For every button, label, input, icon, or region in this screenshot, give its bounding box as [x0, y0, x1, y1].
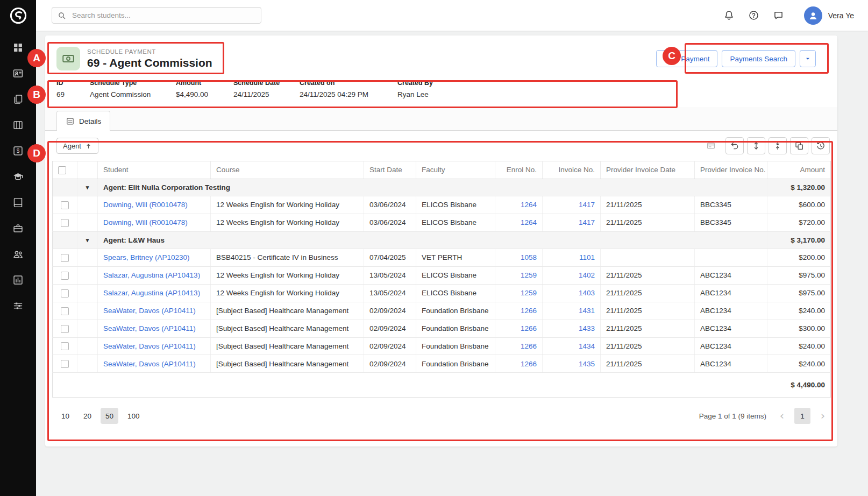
- sidebar-item-finance[interactable]: $: [0, 138, 36, 164]
- row-checkbox[interactable]: [61, 360, 69, 368]
- sidebar-item-courses[interactable]: [0, 164, 36, 189]
- grand-total-amount: $ 4,490.00: [767, 373, 831, 398]
- pager: 102050100 Page 1 of 1 (9 items) ‹ 1 ›: [52, 398, 831, 428]
- sidebar-item-settings[interactable]: [0, 293, 36, 318]
- next-page-button[interactable]: ›: [817, 410, 829, 422]
- enrol-no-link[interactable]: 1266: [521, 360, 537, 368]
- student-link[interactable]: Salazar, Augustina (AP10413): [103, 289, 200, 297]
- notifications-button[interactable]: [720, 6, 738, 25]
- user-name: Vera Ye: [828, 11, 854, 20]
- start-date-cell: 03/06/2024: [364, 214, 416, 231]
- more-actions-button[interactable]: [800, 50, 816, 67]
- student-link[interactable]: Downing, Will (R0010478): [103, 201, 188, 209]
- start-date-cell: 02/09/2024: [364, 320, 416, 337]
- enrol-no-link[interactable]: 1264: [521, 218, 537, 226]
- student-link[interactable]: Salazar, Augustina (AP10413): [103, 271, 200, 279]
- col-header-provider-invoice-no[interactable]: Provider Invoice No.: [695, 161, 767, 179]
- row-checkbox[interactable]: [61, 325, 69, 333]
- app-logo[interactable]: [8, 5, 29, 26]
- sidebar-item-documents[interactable]: [0, 86, 36, 112]
- search-box[interactable]: [52, 7, 261, 24]
- table-icon: [12, 119, 24, 131]
- student-link[interactable]: SeaWater, Davos (AP10411): [103, 307, 196, 315]
- enrol-no-link[interactable]: 1266: [521, 307, 537, 315]
- col-header-course[interactable]: Course: [211, 161, 364, 179]
- student-link[interactable]: SeaWater, Davos (AP10411): [103, 342, 196, 350]
- sort-chip-agent[interactable]: Agent: [56, 138, 98, 154]
- page-size-10[interactable]: 10: [56, 408, 74, 424]
- sidebar-item-reports[interactable]: [0, 267, 36, 293]
- col-header-provider-invoice-date[interactable]: Provider Invoice Date: [601, 161, 695, 179]
- student-link[interactable]: SeaWater, Davos (AP10411): [103, 360, 196, 368]
- group-collapse-caret-icon[interactable]: ▾: [77, 179, 98, 196]
- row-checkbox[interactable]: [61, 289, 69, 297]
- select-all-checkbox[interactable]: [58, 166, 66, 174]
- history-button[interactable]: [812, 137, 830, 154]
- prev-page-button[interactable]: ‹: [776, 410, 788, 422]
- invoice-no-link[interactable]: 1433: [579, 324, 595, 332]
- sidebar-item-employment[interactable]: [0, 215, 36, 241]
- undo-button[interactable]: [725, 137, 744, 154]
- row-checkbox[interactable]: [61, 201, 69, 209]
- enrol-no-link[interactable]: 1266: [521, 342, 537, 350]
- people-icon: [12, 249, 24, 260]
- current-page-button[interactable]: 1: [794, 408, 810, 424]
- sidebar-item-library[interactable]: [0, 189, 36, 215]
- row-checkbox[interactable]: [61, 254, 69, 262]
- payments-search-button[interactable]: Payments Search: [722, 50, 795, 67]
- grand-total-row: $ 4,490.00: [53, 373, 831, 398]
- schedule-payment-card: SCHEDULE PAYMENT 69 - Agent Commission N…: [45, 36, 837, 447]
- col-header-enrol-no[interactable]: Enrol No.: [495, 161, 543, 179]
- invoice-no-link[interactable]: 1435: [579, 360, 595, 368]
- invoice-no-link[interactable]: 1434: [579, 342, 595, 350]
- pager-right: Page 1 of 1 (9 items) ‹ 1 ›: [699, 408, 829, 424]
- amount-cell: $200.00: [767, 249, 831, 266]
- start-date-cell: 13/05/2024: [364, 284, 416, 302]
- grid-toolbar-icons: [702, 137, 830, 154]
- sidebar-item-dashboard[interactable]: [0, 34, 36, 60]
- enrol-no-link[interactable]: 1266: [521, 324, 537, 332]
- enrol-no-link[interactable]: 1264: [521, 201, 537, 209]
- page-size-100[interactable]: 100: [123, 408, 145, 424]
- col-header-start-date[interactable]: Start Date: [364, 161, 416, 179]
- tab-details[interactable]: Details: [56, 111, 110, 131]
- student-link[interactable]: SeaWater, Davos (AP10411): [103, 324, 196, 332]
- enrol-no-link[interactable]: 1259: [521, 289, 537, 297]
- banknote-icon: [61, 52, 75, 66]
- page-size-50[interactable]: 50: [101, 408, 118, 424]
- sidebar-item-students[interactable]: [0, 60, 36, 86]
- search-input[interactable]: [71, 11, 255, 20]
- sidebar-item-agents[interactable]: [0, 241, 36, 267]
- bell-icon: [723, 10, 735, 21]
- student-link[interactable]: Spears, Britney (AP10230): [103, 253, 190, 261]
- invoice-no-link[interactable]: 1417: [579, 201, 595, 209]
- row-checkbox[interactable]: [61, 272, 69, 280]
- column-chooser-button[interactable]: [790, 137, 808, 154]
- col-header-student[interactable]: Student: [98, 161, 211, 179]
- invoice-no-link[interactable]: 1417: [579, 218, 595, 226]
- invoice-no-link[interactable]: 1101: [579, 253, 595, 261]
- col-header-amount[interactable]: Amount: [767, 161, 831, 179]
- new-payment-button[interactable]: New Payment: [656, 50, 717, 67]
- expand-all-button[interactable]: [747, 137, 765, 154]
- enrol-no-link[interactable]: 1058: [521, 253, 537, 261]
- page-size-20[interactable]: 20: [79, 408, 96, 424]
- row-checkbox[interactable]: [61, 307, 69, 315]
- avatar: [804, 6, 822, 25]
- invoice-no-link[interactable]: 1403: [579, 289, 595, 297]
- invoice-no-link[interactable]: 1402: [579, 271, 595, 279]
- student-link[interactable]: Downing, Will (R0010478): [103, 218, 188, 226]
- row-checkbox[interactable]: [61, 219, 69, 227]
- user-menu[interactable]: Vera Ye: [804, 6, 856, 25]
- collapse-all-button[interactable]: [769, 137, 787, 154]
- group-collapse-caret-icon[interactable]: ▾: [77, 231, 98, 249]
- col-header-invoice-no[interactable]: Invoice No.: [543, 161, 601, 179]
- enrol-no-link[interactable]: 1259: [521, 271, 537, 279]
- row-checkbox[interactable]: [61, 342, 69, 350]
- chat-button[interactable]: [770, 6, 788, 25]
- col-header-faculty[interactable]: Faculty: [416, 161, 495, 179]
- invoice-no-link[interactable]: 1431: [579, 307, 595, 315]
- expand-all-icon: [751, 141, 761, 151]
- sidebar-item-tables[interactable]: [0, 112, 36, 138]
- help-button[interactable]: [745, 6, 763, 25]
